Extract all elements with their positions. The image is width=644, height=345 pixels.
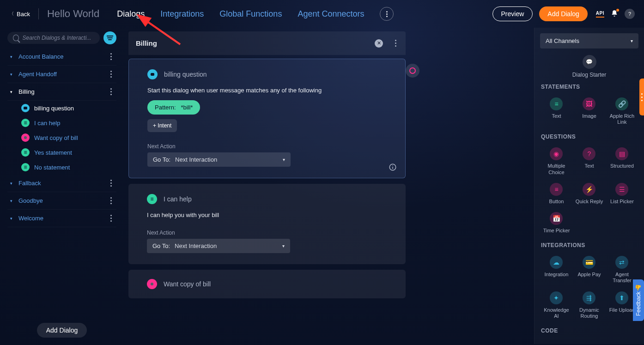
chevron-down-icon: ▾ (10, 216, 15, 221)
next-action-label: Next Action (147, 230, 387, 236)
tree-item-account-balance[interactable]: ▾ Account Balance (7, 48, 116, 66)
layers-icon: ▤ (615, 147, 628, 160)
add-dialog-button[interactable]: Add Dialog (539, 6, 588, 21)
back-button[interactable]: 〈 Back (9, 11, 30, 18)
tile-text[interactable]: ≡Text (540, 95, 573, 130)
tree-leaf-billing-question[interactable]: billing question (7, 101, 116, 115)
tile-list-picker[interactable]: ☰List Picker (606, 180, 638, 209)
chat-icon (21, 104, 30, 112)
filter-button[interactable] (103, 31, 116, 44)
tree-label: Account Balance (18, 53, 64, 60)
bell-icon[interactable] (611, 10, 618, 18)
radio-icon: ◉ (550, 147, 563, 160)
chevron-down-icon: ▾ (10, 181, 15, 186)
tile-quick-reply[interactable]: ⚡Quick Reply (573, 180, 606, 209)
leaf-label: I can help (34, 120, 60, 127)
chevron-down-icon: ▾ (10, 90, 15, 94)
starter-label: Dialog Starter (540, 72, 638, 78)
calendar-icon: 📅 (550, 212, 563, 225)
top-bar: 〈 Back Hello World Dialogs Integrations … (0, 0, 644, 28)
chevron-down-icon: ▾ (10, 199, 15, 203)
tree-leaf-no-statement[interactable]: No statement (7, 160, 116, 175)
pattern-chip[interactable]: Pattern: *bill* (147, 100, 200, 115)
image-icon: 🖼 (583, 97, 595, 110)
interaction-card-want-copy[interactable]: Want copy of bill (128, 270, 406, 298)
dialog-menu-button[interactable] (393, 38, 398, 48)
tile-structured[interactable]: ▤Structured (606, 145, 638, 180)
tile-button[interactable]: ≡Button (540, 180, 573, 209)
bolt-icon: ⚡ (583, 183, 595, 196)
tile-integration[interactable]: ☁Integration (540, 253, 573, 288)
tile-image[interactable]: 🖼Image (573, 95, 606, 130)
chevron-down-icon: ▾ (282, 243, 285, 248)
tile-apple-rich-link[interactable]: 🔗Apple Rich Link (606, 95, 638, 130)
tree-leaf-i-can-help[interactable]: I can help (7, 115, 116, 130)
goto-label: Go To: (152, 242, 170, 249)
item-menu-button[interactable] (109, 69, 114, 79)
goto-label: Go To: (153, 156, 170, 163)
item-menu-button[interactable] (109, 178, 114, 188)
chevron-down-icon: ▾ (10, 72, 15, 77)
next-action-select[interactable]: Go To: Next Interaction ▾ (147, 239, 290, 253)
search-box[interactable] (7, 32, 100, 44)
section-title-questions: QUESTIONS (541, 133, 638, 140)
interaction-card-billing-question[interactable]: billing question Start this dialog when … (128, 59, 406, 178)
tree-leaf-want-copy[interactable]: Want copy of bill (7, 130, 116, 145)
tree-item-agent-handoff[interactable]: ▾ Agent Handoff (7, 66, 116, 83)
tab-dialogs[interactable]: Dialogs (117, 9, 145, 19)
tile-time-picker[interactable]: 📅Time Picker (540, 209, 573, 238)
card-title: billing question (164, 71, 207, 78)
close-icon[interactable]: ✕ (375, 39, 383, 48)
item-menu-button[interactable] (109, 213, 114, 224)
upload-icon: ⬆ (615, 291, 628, 304)
search-input[interactable] (23, 35, 94, 41)
tab-agent-connectors[interactable]: Agent Connectors (298, 9, 364, 19)
tree-billing-children: billing question I can help Want copy of… (7, 101, 116, 175)
project-title: Hello World (47, 8, 99, 20)
left-add-dialog-button[interactable]: Add Dialog (37, 323, 87, 338)
tab-integrations[interactable]: Integrations (160, 9, 204, 19)
item-menu-button[interactable] (109, 86, 114, 97)
dialog-starter-node[interactable] (406, 64, 419, 78)
tile-knowledge-ai[interactable]: ✦Knowledge AI (540, 289, 573, 324)
leaf-label: No statement (34, 164, 70, 171)
tile-apple-pay[interactable]: 💳Apple Pay (573, 253, 606, 288)
text-icon: ≡ (550, 97, 563, 110)
tree-label: Welcome (18, 215, 43, 222)
lines-icon (21, 148, 30, 157)
transfer-icon: ⇄ (615, 256, 628, 269)
feedback-tab[interactable]: Feedback 👍 (633, 279, 644, 321)
card-description: Start this dialog when user message matc… (147, 87, 387, 94)
tile-dynamic-routing[interactable]: ⇶Dynamic Routing (573, 289, 606, 324)
tree-item-billing[interactable]: ▾ Billing (7, 83, 116, 101)
card-title: I can help (164, 195, 192, 203)
right-panel: All Channels ▾ 💬 Dialog Starter STATEMEN… (534, 28, 644, 344)
section-title-statements: STATEMENTS (541, 84, 638, 90)
channels-dropdown[interactable]: All Channels ▾ (540, 33, 638, 48)
dialog-starter-tile[interactable]: 💬 Dialog Starter (540, 55, 638, 78)
tree-item-welcome[interactable]: ▾ Welcome (7, 210, 116, 227)
help-icon[interactable]: ? (625, 9, 635, 19)
side-drawer-handle[interactable] (639, 79, 644, 115)
leaf-label: Want copy of bill (34, 134, 78, 141)
tree-item-goodbye[interactable]: ▾ Goodbye (7, 192, 116, 210)
item-menu-button[interactable] (109, 195, 114, 206)
tab-global-functions[interactable]: Global Functions (219, 9, 282, 19)
info-icon[interactable] (389, 163, 397, 171)
tile-multiple-choice[interactable]: ◉Multiple Choice (540, 145, 573, 180)
next-action-select[interactable]: Go To: Next Interaction ▾ (147, 152, 291, 167)
item-menu-button[interactable] (109, 51, 114, 62)
tile-text-question[interactable]: ?Text (573, 145, 606, 180)
tree-leaf-yes-statement[interactable]: Yes statement (7, 145, 116, 160)
dialog-title: Billing (136, 39, 157, 47)
routing-icon: ⇶ (583, 291, 595, 304)
tree-item-fallback[interactable]: ▾ Fallback (7, 175, 116, 192)
overflow-menu-button[interactable] (380, 7, 394, 21)
link-icon: 🔗 (615, 97, 628, 110)
tree-label: Agent Handoff (18, 71, 57, 78)
interaction-card-i-can-help[interactable]: I can help I can help you with your bill… (128, 184, 406, 264)
api-icon[interactable]: API (596, 11, 604, 18)
add-intent-button[interactable]: + Intent (147, 119, 177, 132)
chevron-down-icon: ▾ (631, 38, 633, 43)
preview-button[interactable]: Preview (492, 6, 533, 21)
